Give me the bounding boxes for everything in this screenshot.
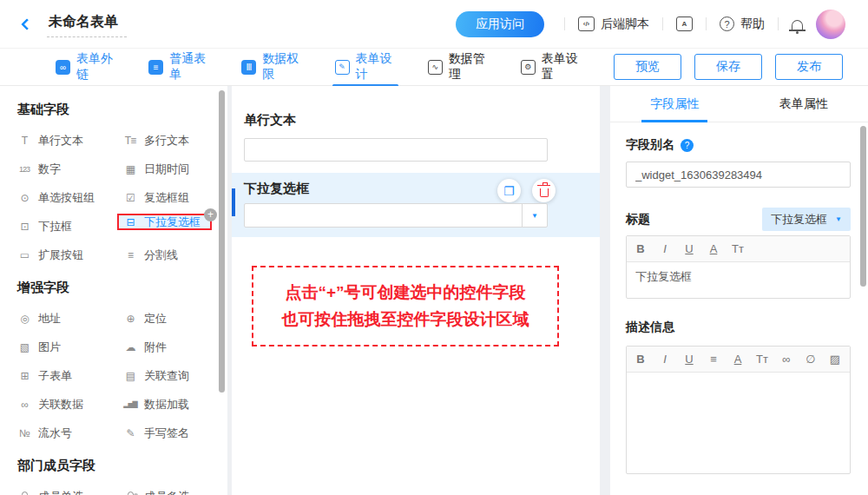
widget-multi-select-selected[interactable]: 下拉复选框 ❐ ▼ [232, 173, 600, 237]
field-member-single[interactable]: 成员单选 [17, 488, 123, 495]
help-circle-icon[interactable]: ? [681, 139, 694, 152]
divider-icon: ≡ [123, 249, 137, 261]
header-actions: 应用访问 ‹/› 后端脚本 A ? 帮助 [456, 10, 845, 39]
field-location[interactable]: ⊕ 定位 [123, 310, 214, 327]
field-subform[interactable]: ⊞ 子表单 [17, 367, 123, 384]
field-serial-number[interactable]: № 流水号 [17, 425, 123, 441]
add-field-button[interactable]: + [204, 208, 217, 221]
delete-widget-button[interactable] [532, 179, 556, 202]
avatar[interactable] [816, 10, 845, 39]
tab-form-properties[interactable]: 表单属性 [740, 86, 868, 122]
description-editor-content[interactable] [627, 373, 850, 473]
caret-down-icon: ▼ [835, 215, 842, 223]
bold-icon[interactable]: B [628, 242, 653, 255]
pen-icon: ✎ [123, 427, 137, 439]
alias-label: 字段别名 [626, 137, 674, 153]
field-attachment[interactable]: ☁ 附件 [123, 339, 214, 355]
panel-scrollbar[interactable] [860, 126, 866, 287]
title-type-dropdown[interactable]: 下拉复选框 ▼ [762, 208, 851, 231]
publish-button[interactable]: 发布 [775, 54, 843, 80]
field-data-load[interactable]: ▂▅▇ 数据加载 [123, 396, 214, 412]
sidebar-scrollbar[interactable] [219, 90, 225, 393]
tab-label: 表单设计 [356, 51, 396, 82]
link-icon[interactable]: ∞ [774, 353, 799, 366]
button-icon: ▭ [17, 249, 31, 261]
bold-icon[interactable]: B [628, 353, 653, 366]
underline-icon[interactable]: U [677, 353, 701, 366]
title-editor-toolbar: B I U A Tт [627, 236, 850, 262]
dropdown-toggle[interactable]: ▼ [522, 204, 547, 227]
calendar-icon: ▦ [123, 163, 137, 175]
design-icon: ✎ [335, 60, 350, 75]
font-color-icon[interactable]: A [701, 242, 726, 255]
save-button[interactable]: 保存 [694, 54, 762, 80]
field-multi-line-text[interactable]: T≡ 多行文本 [123, 132, 214, 148]
multiselect-input[interactable]: ▼ [244, 203, 548, 228]
divider [778, 17, 779, 30]
alias-input[interactable] [626, 162, 851, 188]
section-title-member-fields: 部门成员字段 [17, 458, 227, 474]
field-number[interactable]: 123 数字 [17, 161, 123, 177]
field-signature[interactable]: ✎ 手写签名 [123, 425, 214, 441]
italic-icon[interactable]: I [653, 242, 677, 255]
person-icon [17, 492, 31, 495]
app-access-button[interactable]: 应用访问 [456, 11, 544, 37]
tab-data-permission[interactable]: Ⅲ 数据权限 [241, 49, 302, 86]
tab-data-management[interactable]: ∿ 数据管理 [428, 49, 489, 86]
field-extend-button[interactable]: ▭ 扩展按钮 [17, 247, 123, 263]
tab-label: 普通表单 [169, 51, 209, 82]
field-datetime[interactable]: ▦ 日期时间 [123, 161, 214, 177]
divider [662, 17, 663, 30]
widget-single-line-text[interactable]: 单行文本 [232, 86, 600, 173]
tab-normal-form[interactable]: ≡ 普通表单 [148, 49, 209, 86]
field-label: 单行文本 [38, 133, 83, 148]
field-member-multi[interactable]: 成员多选 [123, 488, 214, 495]
form-title[interactable]: 未命名表单 [47, 11, 127, 37]
text-icon: T [17, 135, 31, 147]
map-pin-icon: ◎ [17, 313, 31, 325]
insert-image-icon[interactable]: ▨ [823, 353, 847, 366]
tab-form-external-link[interactable]: ∞ 表单外链 [56, 49, 116, 86]
unlink-icon[interactable]: ∅ [799, 353, 823, 366]
help-link[interactable]: ? 帮助 [720, 16, 765, 32]
single-line-input[interactable] [244, 138, 548, 162]
bell-icon[interactable] [792, 20, 803, 30]
field-label: 地址 [38, 311, 61, 327]
bar-chart-icon: ▂▅▇ [123, 400, 137, 408]
description-editor: B I U ≡ A Tт ∞ ∅ ▨ [626, 346, 851, 474]
linked-query-icon: ▤ [123, 370, 137, 382]
field-radio-group[interactable]: ⊙ 单选按钮组 [17, 189, 123, 206]
align-icon[interactable]: ≡ [701, 353, 726, 366]
field-label: 分割线 [144, 248, 178, 263]
backend-script-link[interactable]: ‹/› 后端脚本 [578, 16, 649, 32]
field-linked-data[interactable]: ∞ 关联数据 [17, 396, 123, 412]
toolbar-buttons: 预览 保存 发布 [614, 54, 843, 80]
field-checkbox-group[interactable]: ☑ 复选框组 [123, 189, 214, 206]
back-icon[interactable] [21, 17, 33, 30]
divider [564, 17, 565, 30]
field-multi-select-dropdown[interactable]: ⊟ 下拉复选框 + [117, 214, 212, 230]
description-label: 描述信息 [626, 320, 851, 335]
field-single-line-text[interactable]: T 单行文本 [17, 132, 123, 148]
tab-field-properties[interactable]: 字段属性 [610, 86, 740, 122]
font-size-icon[interactable]: Tт [750, 353, 774, 366]
copy-widget-button[interactable]: ❐ [497, 179, 521, 202]
backend-script-label: 后端脚本 [601, 16, 649, 32]
preview-button[interactable]: 预览 [614, 54, 681, 80]
field-image[interactable]: ▧ 图片 [17, 339, 123, 355]
linked-data-icon: ∞ [17, 399, 31, 411]
tab-form-design[interactable]: ✎ 表单设计 [335, 49, 396, 86]
field-label: 数据加载 [144, 397, 189, 412]
field-divider[interactable]: ≡ 分割线 [123, 247, 214, 263]
italic-icon[interactable]: I [653, 353, 677, 366]
underline-icon[interactable]: U [677, 242, 701, 255]
font-size-icon[interactable]: Tт [726, 242, 750, 255]
font-color-icon[interactable]: A [726, 353, 750, 366]
field-address[interactable]: ◎ 地址 [17, 310, 123, 327]
field-select[interactable]: ⊡ 下拉框 [17, 218, 123, 234]
field-linked-query[interactable]: ▤ 关联查询 [123, 367, 214, 384]
contacts-icon[interactable]: A [676, 16, 693, 31]
tab-form-settings[interactable]: ⚙ 表单设置 [521, 49, 582, 86]
field-label: 复选框组 [144, 190, 189, 206]
title-editor-content[interactable]: 下拉复选框 [627, 262, 850, 298]
